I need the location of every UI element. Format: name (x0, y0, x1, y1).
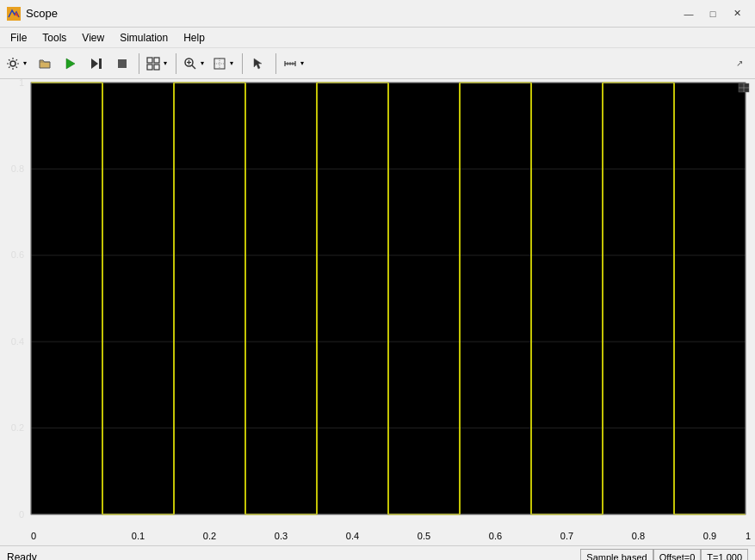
window-title: Scope (26, 7, 58, 20)
scope-plot: 1 0.8 0.6 0.4 0.2 0 (0, 79, 755, 526)
axes-button[interactable] (210, 52, 229, 76)
svg-rect-8 (147, 65, 152, 70)
menu-view[interactable]: View (75, 30, 111, 46)
separator-3 (242, 53, 243, 74)
svg-text:1: 1 (19, 79, 24, 88)
run-icon (64, 57, 77, 71)
measure-button[interactable] (281, 52, 300, 76)
xaxis-label-02: 0.2 (174, 531, 245, 541)
stop-button[interactable] (110, 52, 134, 76)
title-left: Scope (7, 7, 58, 21)
svg-marker-3 (91, 58, 98, 69)
stop-icon (115, 57, 129, 71)
layout-group: ▾ (144, 52, 171, 76)
zoom-button[interactable] (181, 52, 200, 76)
axes-dropdown-arrow[interactable]: ▾ (229, 52, 238, 76)
zoom-dropdown-arrow[interactable]: ▾ (200, 52, 208, 76)
xaxis-label-05: 0.5 (388, 531, 460, 541)
xaxis-row: 0 0.1 0.2 0.3 0.4 0.5 0.6 0.7 0.8 0.9 1 (0, 526, 755, 545)
settings-button[interactable] (3, 52, 22, 76)
zoom-icon (183, 57, 197, 71)
scope-svg: 1 0.8 0.6 0.4 0.2 0 (0, 79, 755, 526)
toolbar: ▾ (0, 48, 755, 79)
layout-dropdown-arrow[interactable]: ▾ (163, 52, 171, 76)
menu-tools[interactable]: Tools (35, 30, 73, 46)
axes-icon (213, 57, 226, 71)
step-icon (90, 57, 103, 71)
plot-container: 1 0.8 0.6 0.4 0.2 0 0 0.1 0.2 0.3 0.4 0.… (0, 79, 755, 545)
status-bar: Ready Sample based Offset=0 T=1.000 (0, 545, 755, 560)
cursor-button[interactable] (247, 52, 271, 76)
close-button[interactable]: ✕ (726, 5, 748, 22)
open-button[interactable] (33, 52, 57, 76)
run-button[interactable] (59, 52, 83, 76)
svg-rect-4 (99, 58, 102, 69)
measure-dropdown-arrow[interactable]: ▾ (300, 52, 308, 76)
time-value: T=1.000 (701, 549, 748, 561)
svg-rect-5 (118, 59, 127, 68)
expand-area: ↗ (727, 52, 752, 76)
separator-2 (176, 53, 176, 74)
svg-rect-7 (154, 58, 159, 63)
cursor-icon (252, 57, 266, 71)
svg-line-11 (192, 65, 195, 69)
title-bar: Scope — □ ✕ (0, 0, 755, 28)
maximize-button[interactable]: □ (702, 5, 724, 22)
svg-point-1 (10, 61, 15, 66)
svg-text:0.8: 0.8 (11, 163, 24, 174)
minimize-button[interactable]: — (678, 5, 700, 22)
svg-text:0.6: 0.6 (11, 249, 24, 260)
zoom-group: ▾ (181, 52, 208, 76)
svg-marker-17 (254, 58, 262, 69)
sample-based-label: Sample based (580, 549, 653, 561)
menu-help[interactable]: Help (176, 30, 212, 46)
step-button[interactable] (84, 52, 108, 76)
menu-file[interactable]: File (3, 30, 34, 46)
svg-rect-9 (154, 65, 159, 70)
svg-rect-6 (147, 58, 152, 63)
status-right: Sample based Offset=0 T=1.000 (580, 549, 748, 561)
menu-bar: File Tools View Simulation Help (0, 28, 755, 48)
layout-icon (146, 57, 160, 71)
offset-value: Offset=0 (653, 549, 702, 561)
open-icon (38, 57, 52, 71)
status-text: Ready (7, 551, 37, 561)
xaxis-label-04: 0.4 (317, 531, 388, 541)
measure-group: ▾ (281, 52, 308, 76)
window-controls: — □ ✕ (678, 5, 748, 22)
xaxis-label-0: 0 (31, 531, 102, 541)
xaxis-label-06: 0.6 (460, 531, 531, 541)
svg-text:0.4: 0.4 (11, 336, 24, 347)
settings-dropdown-arrow[interactable]: ▾ (22, 52, 31, 76)
measure-icon (283, 57, 297, 71)
axes-group: ▾ (210, 52, 238, 76)
matlab-icon (7, 7, 21, 21)
separator-1 (139, 53, 139, 74)
svg-marker-2 (66, 58, 75, 69)
settings-group: ▾ (3, 52, 31, 76)
menu-simulation[interactable]: Simulation (113, 30, 175, 46)
xaxis-label-07: 0.7 (531, 531, 603, 541)
expand-button[interactable]: ↗ (727, 52, 752, 76)
svg-text:0: 0 (19, 509, 24, 520)
svg-text:0.2: 0.2 (11, 422, 24, 433)
xaxis-label-01: 0.1 (102, 531, 174, 541)
settings-icon (6, 57, 20, 71)
layout-button[interactable] (144, 52, 163, 76)
separator-4 (275, 53, 276, 74)
xaxis-label-09: 0.9 (674, 531, 746, 541)
xaxis-label-03: 0.3 (245, 531, 317, 541)
xaxis-label-08: 0.8 (603, 531, 674, 541)
